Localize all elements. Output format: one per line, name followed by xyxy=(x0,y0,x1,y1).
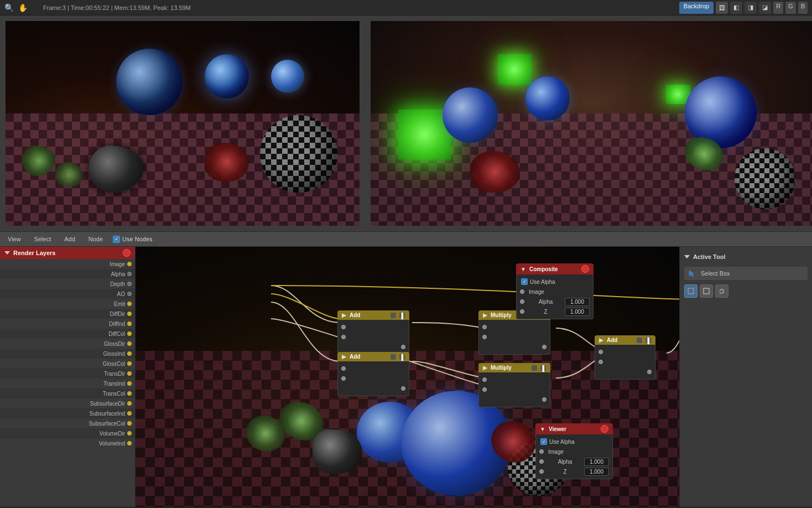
socket-ar-in2 xyxy=(598,360,603,364)
ball-blue-mid-left xyxy=(205,54,249,99)
tool-option-lasso[interactable] xyxy=(715,284,728,298)
socket-emit: Emit xyxy=(0,299,135,309)
render-view-left[interactable] xyxy=(6,21,360,226)
composite-close[interactable] xyxy=(581,265,589,273)
backdrop-button[interactable]: Backdrop xyxy=(679,2,714,14)
node-add1-options[interactable]: ▐ xyxy=(399,313,405,318)
socket-viewer-z xyxy=(539,469,544,474)
viewer-image-label: Image xyxy=(548,449,564,455)
socket-mul1-in2 xyxy=(482,335,487,339)
blob-red-right xyxy=(470,151,520,193)
rect-icon xyxy=(702,287,710,295)
socket-dot-image xyxy=(127,262,132,266)
g-button[interactable]: G xyxy=(785,2,796,14)
collapse-icon[interactable] xyxy=(4,251,10,255)
socket-dot-diffind xyxy=(127,322,132,326)
use-nodes-label: Use Nodes xyxy=(122,236,152,242)
channel-g-btn[interactable]: ◨ xyxy=(745,2,757,14)
top-render-area xyxy=(0,15,812,231)
ball-checker-left xyxy=(260,115,337,193)
channel-r-btn[interactable]: ◧ xyxy=(730,2,742,14)
node-multiply-2[interactable]: ▶ Multiply ▐ xyxy=(478,363,550,407)
node-add2-socket-in2 xyxy=(338,374,409,383)
socket-transind: TransInd xyxy=(0,379,135,388)
viewer-use-alpha-label: Use Alpha xyxy=(549,439,575,445)
tool-option-rect[interactable] xyxy=(700,284,713,298)
node-multiply2-options[interactable]: ▐ xyxy=(540,365,546,371)
close-button[interactable] xyxy=(123,249,131,257)
socket-dot-glosscol xyxy=(127,361,132,366)
node-viewer[interactable]: ▼ Viewer Use Alpha Image Alpha 1.000 xyxy=(535,423,613,479)
render-view-right[interactable] xyxy=(371,21,812,226)
socket-mul2-in2 xyxy=(482,387,487,392)
use-nodes-checkbox[interactable] xyxy=(113,236,120,243)
node-add2-socket-in1 xyxy=(338,364,409,374)
socket-add2-out xyxy=(401,386,405,391)
node-composite[interactable]: ▼ Composite Use Alpha Image Alpha 1.000 xyxy=(516,263,594,319)
tool-option-dotted[interactable] xyxy=(684,284,698,298)
socket-dot-transcol xyxy=(127,391,132,396)
use-nodes-toggle[interactable]: Use Nodes xyxy=(113,236,152,243)
zoom-icon[interactable]: 🔍 xyxy=(4,3,14,12)
green-box-1 xyxy=(498,54,531,85)
node-viewer-title: Viewer xyxy=(549,426,566,432)
node-addright-title: Add xyxy=(607,337,617,343)
socket-mul2-out xyxy=(542,397,546,402)
node-add2-body xyxy=(337,361,409,396)
r-button[interactable]: R xyxy=(773,2,783,14)
channel-b-btn[interactable]: ◪ xyxy=(759,2,771,14)
node-editor-area: Render Layers Image Alpha Depth AO Emit … xyxy=(0,247,812,507)
ball-checker-right xyxy=(735,148,795,209)
composite-image-label: Image xyxy=(529,289,544,295)
socket-diffdir: DiffDir xyxy=(0,309,135,319)
socket-add2-in1 xyxy=(341,366,346,371)
select-cursor-icon xyxy=(688,269,696,278)
node-menu[interactable]: Node xyxy=(85,235,106,243)
socket-comp-alpha xyxy=(520,299,524,304)
select-menu[interactable]: Select xyxy=(31,235,55,243)
node-add2-options[interactable]: ▐ xyxy=(399,354,405,360)
socket-diffind: DiffInd xyxy=(0,319,135,329)
hand-icon[interactable]: ✋ xyxy=(18,3,28,12)
viewer-z-label: Z xyxy=(563,469,566,475)
composite-z-value[interactable]: 1.000 xyxy=(565,308,590,316)
composite-alpha-value[interactable]: 1.000 xyxy=(565,298,590,306)
socket-comp-z xyxy=(520,309,524,314)
socket-dot-emit xyxy=(127,302,132,306)
socket-transcol: TransCol xyxy=(0,388,135,398)
b-button[interactable]: B xyxy=(798,2,808,14)
view-menu[interactable]: View xyxy=(4,235,24,243)
add-menu[interactable]: Add xyxy=(61,235,79,243)
node-multiply2-collapse[interactable] xyxy=(532,365,537,371)
node-add-right[interactable]: ▶ Add ▐ xyxy=(595,335,655,380)
socket-glossdir: GlossDir xyxy=(0,339,135,349)
viewer-close[interactable] xyxy=(601,425,608,433)
viewer-alpha-row: Alpha 1.000 xyxy=(536,457,612,466)
image-icon-btn[interactable]: 🖼 xyxy=(716,2,728,14)
select-box-item[interactable]: Select Box xyxy=(684,267,808,280)
socket-glossind: GlossInd xyxy=(0,349,135,359)
node-add2-collapse[interactable] xyxy=(391,354,396,360)
socket-dot-diffdir xyxy=(127,312,132,316)
left-panel: Render Layers Image Alpha Depth AO Emit … xyxy=(0,247,136,507)
composite-use-alpha-label: Use Alpha xyxy=(530,279,555,285)
socket-ar-in1 xyxy=(598,350,603,354)
frame-info: Frame:3 | Time:00:55:22 | Mem:13.59M, Pe… xyxy=(43,4,191,11)
composite-use-alpha-check[interactable] xyxy=(521,278,528,285)
node-composite-title: Composite xyxy=(529,266,558,272)
viewer-use-alpha-check[interactable] xyxy=(540,438,547,445)
node-addright-collapse[interactable] xyxy=(637,338,642,343)
composite-z-label: Z xyxy=(544,309,547,315)
node-addright-options[interactable]: ▐ xyxy=(646,338,651,343)
node-add1-collapse[interactable] xyxy=(391,313,396,318)
composite-use-alpha-row: Use Alpha xyxy=(517,277,593,287)
node-add-2[interactable]: ▶ Add ▐ xyxy=(337,352,409,396)
viewer-z-value[interactable]: 1.000 xyxy=(584,468,609,476)
viewer-alpha-value[interactable]: 1.000 xyxy=(584,458,609,466)
node-add-1[interactable]: ▶ Add ▐ xyxy=(337,310,409,355)
active-tool-collapse[interactable] xyxy=(684,255,690,258)
socket-mul2-in1 xyxy=(482,377,487,382)
socket-dot-alpha xyxy=(127,272,132,276)
socket-voldir: VolumeDir xyxy=(0,428,135,438)
node-canvas[interactable]: ▶ Add ▐ ▶ Add xyxy=(136,247,679,507)
